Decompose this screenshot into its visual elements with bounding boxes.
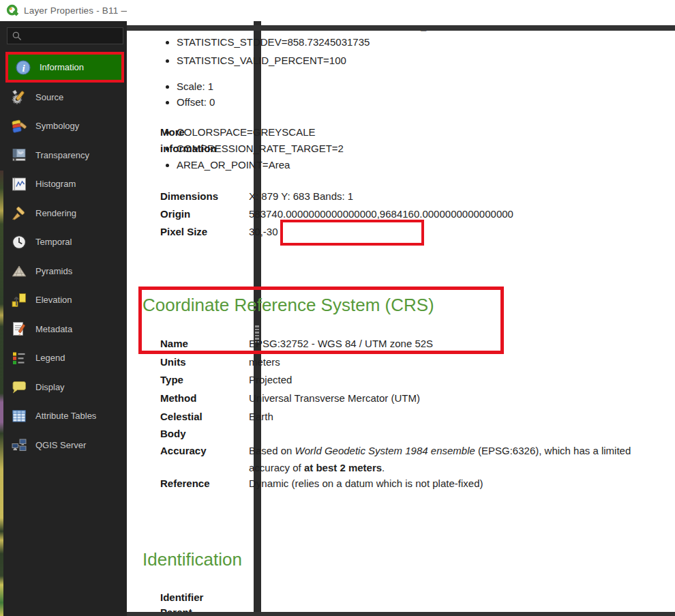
rendering-icon — [11, 205, 27, 221]
band-item: Scale: 1 — [177, 78, 651, 94]
sidebar-item-label: Symbology — [35, 121, 79, 131]
statistics-item: STATISTICS_VALID_PERCENT=100 — [177, 51, 651, 70]
attribute-tables-icon — [11, 408, 27, 424]
sidebar-item-label: Information — [40, 62, 84, 72]
crs-accuracy-value: Based on World Geodetic System 1984 ense… — [249, 442, 650, 476]
clipped-text-artifact: _ — [421, 20, 426, 32]
more-information-item: COLORSPACE=GREYSCALE — [177, 124, 651, 141]
pixel-size-row: Pixel Size 30,-30 — [142, 224, 651, 239]
crs-name-label: Name — [160, 336, 249, 351]
crs-name-row: Name EPSG:32752 - WGS 84 / UTM zone 52S — [142, 336, 651, 351]
symbology-icon — [11, 118, 27, 134]
sidebar-item-label: QGIS Server — [35, 440, 86, 450]
sidebar-item-label: Metadata — [35, 324, 72, 334]
metadata-icon — [11, 321, 27, 337]
identifier-label: Identifier — [160, 590, 249, 605]
qgis-logo-icon — [6, 4, 19, 17]
sidebar-item-label: Display — [35, 382, 65, 392]
sidebar-item-label: Transparency — [35, 150, 89, 160]
sidebar-item-label: Histogram — [35, 179, 76, 189]
sidebar-search-box[interactable] — [7, 27, 123, 44]
sidebar-item-label: Elevation — [35, 295, 72, 305]
sidebar-item-label: Attribute Tables — [35, 411, 96, 421]
identifier-row: Identifier — [142, 590, 651, 605]
qgis-server-icon — [11, 437, 27, 453]
transparency-icon — [11, 147, 27, 163]
properties-sidebar: i Information Source Symbology — [0, 21, 127, 616]
sidebar-item-histogram[interactable]: Histogram — [0, 170, 127, 199]
sidebar-item-display[interactable]: Display — [0, 372, 127, 402]
crs-type-value: Projected — [249, 372, 650, 387]
crs-method-label: Method — [160, 391, 249, 406]
sidebar-item-label: Rendering — [35, 208, 76, 218]
information-document: STATISTICS_STDDEV=858.73245031735 STATIS… — [142, 0, 651, 616]
pixel-size-label: Pixel Size — [160, 224, 249, 239]
sidebar-item-legend[interactable]: Legend — [0, 344, 127, 373]
map-canvas-edge-sliver — [0, 171, 3, 616]
sidebar-item-temporal[interactable]: Temporal — [0, 228, 127, 257]
sidebar-item-source[interactable]: Source — [0, 83, 127, 112]
viewport-bottom-dark-bar — [127, 612, 675, 616]
information-panel[interactable]: STATISTICS_STDDEV=858.73245031735 STATIS… — [127, 0, 675, 616]
origin-row: Origin 583740.0000000000000000,9684160.0… — [142, 207, 651, 222]
qgis-layer-properties-window: { "window": { "title": "Layer Properties… — [0, 0, 675, 616]
dimensions-row: Dimensions X: 879 Y: 683 Bands: 1 — [142, 189, 651, 204]
crs-celestial-body-value: Earth — [249, 408, 650, 442]
sidebar-item-transparency[interactable]: Transparency — [0, 141, 127, 170]
sidebar-item-symbology[interactable]: Symbology — [0, 112, 127, 141]
sidebar-item-information[interactable]: i Information — [8, 55, 121, 80]
crs-units-value: meters — [249, 355, 650, 370]
search-icon — [12, 31, 22, 42]
dimensions-value: X: 879 Y: 683 Bands: 1 — [249, 189, 650, 204]
sidebar-item-label: Temporal — [35, 237, 72, 247]
crs-type-label: Type — [160, 372, 249, 387]
temporal-clock-icon — [11, 234, 27, 250]
crs-celestial-body-label: Celestial Body — [160, 408, 249, 442]
crs-accuracy-label: Accuracy — [160, 442, 249, 476]
crs-type-row: Type Projected — [142, 372, 651, 387]
crs-method-value: Universal Transverse Mercator (UTM) — [249, 391, 650, 406]
crs-method-row: Method Universal Transverse Mercator (UT… — [142, 391, 651, 406]
statistics-item: STATISTICS_STDDEV=858.73245031735 — [177, 33, 651, 51]
crs-reference-row: Reference Dynamic (relies on a datum whi… — [142, 476, 651, 491]
crs-name-value: EPSG:32752 - WGS 84 / UTM zone 52S — [249, 336, 650, 351]
sidebar-item-label: Pyramids — [35, 266, 72, 276]
crs-reference-value: Dynamic (relies on a datum which is not … — [249, 476, 650, 491]
pixel-size-value: 30,-30 — [249, 224, 650, 239]
crs-celestial-body-row: Celestial Body Earth — [142, 408, 651, 442]
sidebar-item-label: Source — [35, 92, 63, 102]
more-information-bullet-list: COLORSPACE=GREYSCALE COMPRESSION_RATE_TA… — [142, 124, 651, 173]
sidebar-item-attribute-tables[interactable]: Attribute Tables — [0, 402, 127, 431]
dimensions-label: Dimensions — [160, 189, 249, 204]
more-information-item: AREA_OR_POINT=Area — [177, 157, 651, 173]
sidebar-item-qgis-server[interactable]: QGIS Server — [0, 430, 127, 460]
band-item: Offset: 0 — [177, 94, 651, 110]
elevation-icon — [11, 292, 27, 308]
crs-units-label: Units — [160, 355, 249, 370]
band-bullet-list: Scale: 1 Offset: 0 — [142, 78, 651, 110]
sidebar-item-label: Legend — [35, 353, 65, 363]
origin-label: Origin — [160, 207, 249, 222]
sidebar-item-rendering[interactable]: Rendering — [0, 199, 127, 228]
sidebar-item-metadata[interactable]: Metadata — [0, 314, 127, 344]
sidebar-item-elevation[interactable]: Elevation — [0, 286, 127, 315]
viewport-top-dark-bar — [127, 25, 675, 31]
display-speech-bubble-icon — [11, 379, 27, 395]
crs-accuracy-row: Accuracy Based on World Geodetic System … — [142, 442, 651, 476]
sidebar-item-pyramids[interactable]: Pyramids — [0, 256, 127, 286]
origin-value: 583740.0000000000000000,9684160.00000000… — [249, 207, 650, 222]
crs-reference-label: Reference — [160, 476, 249, 491]
information-icon: i — [15, 59, 31, 76]
more-information-item: COMPRESSION_RATE_TARGET=2 — [177, 141, 651, 157]
sidebar-item-list: Source Symbology Transparency — [0, 83, 127, 460]
pyramids-icon — [11, 263, 27, 279]
identification-section-heading: Identification — [142, 549, 651, 570]
legend-icon — [11, 350, 27, 366]
search-input[interactable] — [22, 31, 111, 41]
crs-units-row: Units meters — [142, 355, 651, 370]
statistics-bullet-list: STATISTICS_STDDEV=858.73245031735 STATIS… — [142, 33, 651, 70]
source-icon — [11, 89, 27, 105]
crs-section-heading: Coordinate Reference System (CRS) — [142, 295, 651, 316]
histogram-icon — [11, 176, 27, 192]
